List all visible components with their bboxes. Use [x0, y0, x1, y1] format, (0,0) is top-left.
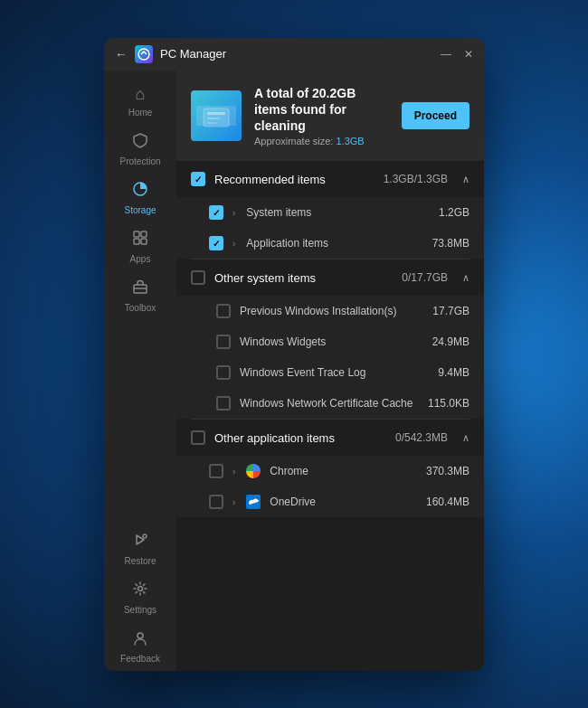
recommended-size: 1.3GB/1.3GB: [384, 173, 448, 185]
svg-point-8: [143, 534, 147, 538]
onedrive-label: OneDrive: [270, 496, 417, 508]
app-window: ← PC Manager — ✕ ⌂ Home Protection: [104, 38, 484, 671]
banner-size: Approximate size: 1.3GB: [254, 136, 389, 146]
event-trace-row: Windows Event Trace Log 9.4MB: [176, 357, 484, 388]
other-app-title: Other application items: [214, 431, 335, 445]
svg-rect-5: [141, 239, 147, 244]
onedrive-icon: [246, 495, 261, 509]
header-banner: A total of 20.2GB items found for cleani…: [176, 71, 484, 162]
svg-point-9: [138, 586, 143, 590]
scroll-content: Recommended items 1.3GB/1.3GB ∧ › System…: [176, 161, 484, 670]
other-app-checkbox[interactable]: [191, 430, 205, 445]
sidebar-label-protection: Protection: [119, 156, 160, 166]
svg-rect-13: [207, 118, 220, 119]
cert-cache-label: Windows Network Certificate Cache: [240, 397, 419, 410]
sidebar-item-restore[interactable]: Restore: [104, 524, 176, 573]
onedrive-size: 160.4MB: [426, 496, 469, 508]
application-items-size: 73.8MB: [432, 237, 469, 250]
toolbox-icon: [132, 278, 148, 299]
prev-windows-checkbox[interactable]: [216, 304, 231, 318]
onedrive-expand[interactable]: ›: [232, 497, 235, 507]
sidebar-item-toolbox[interactable]: Toolbox: [104, 271, 176, 320]
chrome-size: 370.3MB: [426, 465, 469, 477]
windows-widgets-label: Windows Widgets: [240, 335, 423, 348]
other-app-chevron[interactable]: ∧: [462, 432, 469, 444]
feedback-icon: [132, 629, 148, 650]
window-controls: — ✕: [441, 48, 473, 61]
sidebar-item-storage[interactable]: Storage: [104, 174, 176, 222]
sidebar-label-restore: Restore: [124, 556, 156, 566]
event-trace-size: 9.4MB: [438, 366, 469, 379]
other-system-size: 0/17.7GB: [402, 271, 448, 284]
svg-rect-12: [207, 112, 225, 115]
chrome-expand[interactable]: ›: [232, 467, 235, 477]
system-items-expand[interactable]: ›: [232, 208, 235, 218]
banner-icon: [191, 90, 242, 141]
prev-windows-size: 17.7GB: [432, 305, 469, 317]
sidebar-label-storage: Storage: [124, 205, 156, 215]
svg-point-0: [138, 49, 149, 60]
application-items-label: Application items: [246, 237, 422, 250]
cert-cache-size: 115.0KB: [428, 397, 469, 410]
sidebar-label-apps: Apps: [130, 254, 151, 264]
svg-rect-11: [204, 109, 229, 127]
event-trace-checkbox[interactable]: [216, 365, 231, 380]
titlebar: ← PC Manager — ✕: [104, 38, 484, 71]
application-items-expand[interactable]: ›: [232, 239, 235, 249]
home-icon: ⌂: [136, 85, 146, 104]
close-button[interactable]: ✕: [464, 48, 473, 61]
settings-icon: [132, 581, 148, 601]
app-title: PC Manager: [160, 47, 441, 61]
other-system-title: Other system items: [214, 271, 316, 285]
recommended-section-header: Recommended items 1.3GB/1.3GB ∧: [176, 161, 484, 197]
svg-rect-2: [134, 231, 139, 237]
sidebar-item-settings[interactable]: Settings: [104, 573, 176, 622]
sidebar: ⌂ Home Protection Storage Apps: [104, 71, 176, 671]
chrome-icon: [246, 464, 261, 478]
application-items-checkbox[interactable]: [209, 236, 223, 250]
other-app-section-header: Other application items 0/542.3MB ∧: [176, 420, 484, 456]
banner-title: A total of 20.2GB items found for cleani…: [254, 85, 389, 135]
cert-cache-row: Windows Network Certificate Cache 115.0K…: [176, 388, 484, 419]
svg-rect-4: [134, 239, 139, 244]
back-button[interactable]: ←: [115, 47, 128, 61]
svg-point-10: [138, 633, 143, 638]
sidebar-item-apps[interactable]: Apps: [104, 222, 176, 271]
sidebar-item-protection[interactable]: Protection: [104, 125, 176, 174]
app-icon: [135, 45, 153, 63]
other-system-chevron[interactable]: ∧: [462, 272, 469, 284]
recommended-chevron[interactable]: ∧: [462, 174, 469, 185]
proceed-button[interactable]: Proceed: [402, 102, 469, 129]
banner-text: A total of 20.2GB items found for cleani…: [254, 85, 389, 147]
restore-icon: [132, 532, 148, 552]
chrome-row: › Chrome 370.3MB: [176, 456, 484, 486]
chrome-label: Chrome: [270, 465, 417, 477]
sidebar-label-toolbox: Toolbox: [125, 303, 156, 313]
minimize-button[interactable]: —: [441, 48, 451, 61]
sidebar-item-home[interactable]: ⌂ Home: [104, 78, 176, 125]
system-items-checkbox[interactable]: [209, 205, 223, 220]
prev-windows-label: Previous Windows Installation(s): [240, 305, 423, 317]
sidebar-label-home: Home: [128, 108, 153, 118]
storage-icon: [132, 181, 148, 202]
svg-rect-14: [207, 122, 216, 124]
onedrive-row: › OneDrive 160.4MB: [176, 486, 484, 517]
other-system-checkbox[interactable]: [191, 270, 205, 285]
chrome-checkbox[interactable]: [209, 464, 223, 478]
sidebar-label-settings: Settings: [124, 605, 156, 615]
cert-cache-checkbox[interactable]: [216, 396, 231, 411]
content-area: A total of 20.2GB items found for cleani…: [176, 71, 484, 671]
apps-icon: [132, 230, 148, 250]
event-trace-label: Windows Event Trace Log: [240, 366, 429, 379]
application-items-row: › Application items 73.8MB: [176, 228, 484, 259]
sidebar-label-feedback: Feedback: [120, 654, 160, 664]
system-items-label: System items: [246, 206, 430, 219]
windows-widgets-checkbox[interactable]: [216, 335, 231, 349]
recommended-checkbox[interactable]: [191, 172, 205, 186]
protection-icon: [132, 132, 148, 153]
other-app-size: 0/542.3MB: [395, 431, 448, 444]
main-content: ⌂ Home Protection Storage Apps: [104, 71, 484, 671]
system-items-size: 1.2GB: [439, 206, 469, 219]
sidebar-item-feedback[interactable]: Feedback: [104, 622, 176, 671]
onedrive-checkbox[interactable]: [209, 495, 223, 509]
